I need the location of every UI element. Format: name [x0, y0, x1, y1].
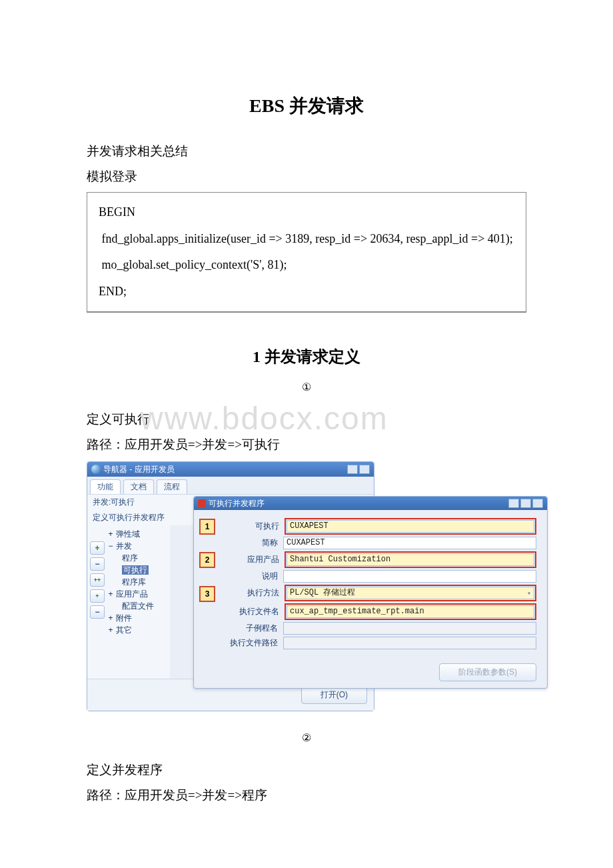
step-1-marker: ①	[87, 381, 526, 393]
label-application: 应用产品	[221, 554, 282, 565]
input-application[interactable]: Shantui Customization	[287, 553, 534, 566]
callout-1: 1	[199, 519, 215, 535]
input-subroutine[interactable]	[283, 622, 536, 635]
input-executable[interactable]: CUXAPEST	[287, 520, 534, 533]
expand-button[interactable]: +	[90, 541, 105, 555]
label-executable: 可执行	[221, 521, 282, 532]
minimize-icon[interactable]	[347, 465, 358, 474]
tree-node-concurrent[interactable]: − 并发	[107, 540, 170, 552]
code-line: END;	[93, 279, 520, 305]
close-icon[interactable]	[359, 465, 370, 474]
tab-function[interactable]: 功能	[90, 479, 121, 494]
intro-summary: 并发请求相关总结	[87, 139, 526, 164]
callout-3: 3	[199, 586, 215, 602]
label-exec-filepath: 执行文件路径	[219, 637, 281, 649]
expand-all-button[interactable]: ++	[90, 573, 105, 587]
label-description: 说明	[219, 571, 281, 582]
tree-node-attachment[interactable]: + 附件	[107, 612, 170, 624]
navigator-tree: + 弹性域 − 并发 程序 可执行 程序库 + 应用产品 配置文件 + 附件 +…	[107, 528, 170, 636]
stage-params-button[interactable]: 阶段函数参数(S)	[439, 663, 536, 681]
input-description[interactable]	[283, 570, 536, 583]
navigator-title-text: 导航器 - 应用开发员	[103, 464, 175, 475]
input-exec-filename[interactable]: cux_ap_tmp_estimate_rpt.main	[287, 605, 534, 618]
doc-title: EBS 并发请求	[87, 93, 526, 119]
executable-form: 1 可执行 CUXAPEST 简称 CUXAPEST 2 应用产品 Shantu…	[194, 510, 547, 659]
tab-document[interactable]: 文档	[123, 479, 154, 494]
open-button[interactable]: 打开(O)	[301, 686, 367, 704]
section-1-title: 1 并发请求定义	[87, 346, 526, 367]
oracle-icon	[198, 499, 206, 507]
code-line: mo_global.set_policy_context('S', 81);	[93, 252, 520, 279]
code-line: fnd_global.apps_initialize(user_id => 31…	[93, 226, 520, 253]
input-shortname[interactable]: CUXAPEST	[283, 537, 536, 549]
executable-title-text: 可执行并发程序	[209, 498, 265, 509]
label-exec-method: 执行方法	[221, 587, 282, 599]
forms-screenshot: 导航器 - 应用开发员 功能 文档 流程 并发:可执行 定义可执行并发程序 + …	[87, 461, 526, 711]
step-1-path: 路径：应用开发员=>并发=>可执行	[87, 432, 526, 457]
collapse-all-button[interactable]: +	[90, 589, 105, 603]
tree-node-application[interactable]: + 应用产品	[107, 588, 170, 600]
tree-node-other[interactable]: + 其它	[107, 624, 170, 636]
executable-titlebar: 可执行并发程序	[194, 497, 547, 510]
navigator-tabs: 功能 文档 流程	[87, 477, 374, 494]
close-icon[interactable]	[532, 499, 543, 508]
step-2-path: 路径：应用开发员=>并发=>程序	[87, 783, 526, 808]
navigator-left: + − ++ + − + 弹性域 − 并发 程序 可执行 程序库 + 应用产品 …	[87, 525, 170, 679]
code-block: BEGIN fnd_global.apps_initialize(user_id…	[87, 192, 526, 313]
tree-node-program[interactable]: 程序	[107, 552, 170, 564]
input-exec-filepath[interactable]	[283, 637, 536, 649]
label-subroutine: 子例程名	[219, 623, 281, 634]
globe-icon	[91, 465, 101, 474]
code-line: BEGIN	[93, 199, 520, 226]
intro-login: 模拟登录	[87, 164, 526, 189]
remove-button[interactable]: −	[90, 605, 105, 619]
step-2-marker: ②	[87, 731, 526, 744]
label-shortname: 简称	[219, 537, 281, 549]
input-exec-method[interactable]: PL/SQL 存储过程	[287, 587, 534, 599]
minimize-icon[interactable]	[508, 499, 519, 508]
step-2-heading: 定义并发程序	[87, 757, 526, 783]
tab-process[interactable]: 流程	[157, 479, 187, 494]
callout-2: 2	[199, 552, 215, 568]
navigator-titlebar: 导航器 - 应用开发员	[87, 462, 374, 477]
collapse-button[interactable]: −	[90, 557, 105, 571]
executable-window: 可执行并发程序 1 可执行 CUXAPEST 简称 CUXAPEST	[193, 496, 548, 689]
tree-node-flexfield[interactable]: + 弹性域	[107, 528, 170, 540]
tree-node-profile[interactable]: 配置文件	[107, 600, 170, 612]
tree-node-lib[interactable]: 程序库	[107, 576, 170, 588]
maximize-icon[interactable]	[520, 499, 531, 508]
step-1-heading: 定义可执行	[87, 407, 526, 432]
label-exec-filename: 执行文件名	[221, 606, 282, 617]
tree-node-executable[interactable]: 可执行	[107, 564, 170, 576]
